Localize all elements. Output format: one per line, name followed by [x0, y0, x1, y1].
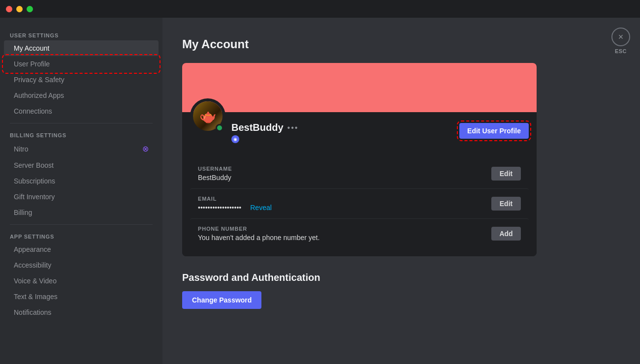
- close-button-wrapper[interactable]: × ESC: [611, 28, 630, 54]
- esc-label: ESC: [615, 48, 627, 54]
- nitro-badge: ◉: [231, 135, 239, 143]
- sidebar-item-nitro[interactable]: Nitro ⊗: [4, 140, 159, 157]
- app-settings-label: APP SETTINGS: [0, 229, 162, 242]
- sidebar-item-label: Notifications: [14, 308, 51, 316]
- profile-name-area: BestBuddy ••• ◉: [231, 118, 298, 143]
- avatar-status-online: [216, 124, 224, 132]
- close-icon: ×: [618, 32, 624, 42]
- billing-settings-label: BILLING SETTINGS: [0, 127, 162, 140]
- title-bar: [0, 0, 640, 18]
- sidebar-item-billing[interactable]: Billing: [4, 205, 159, 220]
- sidebar-item-label: User Profile: [14, 60, 50, 68]
- username-field-row: USERNAME BestBuddy Edit: [190, 159, 529, 188]
- sidebar-item-label: Gift Inventory: [14, 193, 55, 201]
- email-value-row: •••••••••••••••••• Reveal: [198, 204, 272, 212]
- profile-name-row: BestBuddy •••: [231, 122, 298, 133]
- main-content: × ESC My Account 🫖: [162, 18, 640, 364]
- divider-1: [10, 123, 153, 123]
- nitro-icon: ⊗: [142, 144, 149, 153]
- minimize-button[interactable]: [16, 6, 23, 12]
- password-section-title: Password and Authentication: [182, 272, 620, 283]
- sidebar-item-authorized-apps[interactable]: Authorized Apps: [4, 88, 159, 103]
- divider-2: [10, 224, 153, 225]
- maximize-button[interactable]: [27, 6, 33, 12]
- sidebar-item-label: Subscriptions: [14, 177, 55, 185]
- sidebar-item-label: Text & Images: [14, 293, 58, 301]
- sidebar-item-text-images[interactable]: Text & Images: [4, 289, 159, 304]
- sidebar-item-my-account[interactable]: My Account: [4, 40, 159, 56]
- email-edit-button[interactable]: Edit: [491, 197, 521, 211]
- email-field-row: EMAIL •••••••••••••••••• Reveal Edit: [190, 188, 529, 218]
- sidebar-item-accessibility[interactable]: Accessibility: [4, 257, 159, 273]
- profile-banner: [182, 63, 537, 112]
- sidebar-item-privacy-safety[interactable]: Privacy & Safety: [4, 72, 159, 88]
- username-edit-button[interactable]: Edit: [491, 167, 521, 181]
- sidebar-item-label: Billing: [14, 209, 32, 216]
- username-field-content: USERNAME BestBuddy: [198, 166, 232, 182]
- sidebar-item-label: My Account: [14, 44, 49, 52]
- close-button[interactable]: [6, 6, 12, 12]
- sidebar-item-label: Privacy & Safety: [14, 76, 64, 84]
- email-field-label: EMAIL: [198, 196, 272, 202]
- phone-field-row: PHONE NUMBER You haven't added a phone n…: [190, 218, 529, 248]
- sidebar-item-voice-video[interactable]: Voice & Video: [4, 273, 159, 289]
- profile-left: 🫖 BestBuddy ••• ◉: [190, 118, 298, 143]
- profile-dots[interactable]: •••: [288, 123, 299, 132]
- sidebar-item-label: Authorized Apps: [14, 91, 64, 99]
- username-field-label: USERNAME: [198, 166, 232, 172]
- phone-field-value: You haven't added a phone number yet.: [198, 234, 320, 242]
- sidebar-item-label: Nitro: [14, 145, 29, 153]
- phone-field-label: PHONE NUMBER: [198, 226, 320, 232]
- profile-info-row: 🫖 BestBuddy ••• ◉ Edit User P: [182, 112, 537, 151]
- page-title: My Account: [182, 37, 620, 51]
- user-settings-label: USER SETTINGS: [0, 28, 162, 40]
- phone-add-button[interactable]: Add: [491, 227, 521, 241]
- account-fields: USERNAME BestBuddy Edit EMAIL ••••••••••…: [182, 151, 537, 256]
- sidebar-item-notifications[interactable]: Notifications: [4, 304, 159, 320]
- change-password-button[interactable]: Change Password: [182, 291, 261, 309]
- sidebar-item-subscriptions[interactable]: Subscriptions: [4, 173, 159, 189]
- email-reveal-button[interactable]: Reveal: [250, 204, 272, 212]
- sidebar-item-label: Accessibility: [14, 261, 51, 269]
- app-container: USER SETTINGS My Account User Profile Pr…: [0, 18, 640, 364]
- email-field-right: Edit: [491, 197, 521, 211]
- sidebar-item-label: Server Boost: [14, 161, 54, 169]
- edit-user-profile-button[interactable]: Edit User Profile: [459, 123, 529, 139]
- sidebar-item-label: Appearance: [14, 245, 51, 253]
- close-circle[interactable]: ×: [611, 28, 630, 46]
- sidebar-item-label: Voice & Video: [14, 277, 57, 285]
- email-field-value: ••••••••••••••••••: [198, 204, 241, 212]
- phone-field-content: PHONE NUMBER You haven't added a phone n…: [198, 226, 320, 242]
- sidebar-item-server-boost[interactable]: Server Boost: [4, 157, 159, 173]
- sidebar: USER SETTINGS My Account User Profile Pr…: [0, 18, 162, 364]
- sidebar-item-connections[interactable]: Connections: [4, 103, 159, 119]
- email-field-content: EMAIL •••••••••••••••••• Reveal: [198, 196, 272, 212]
- avatar-wrapper: 🫖: [190, 98, 225, 134]
- username-field-value: BestBuddy: [198, 174, 232, 182]
- sidebar-item-gift-inventory[interactable]: Gift Inventory: [4, 189, 159, 205]
- username-field-right: Edit: [491, 167, 521, 181]
- sidebar-item-user-profile[interactable]: User Profile: [4, 56, 159, 72]
- profile-card: 🫖 BestBuddy ••• ◉ Edit User P: [182, 63, 537, 256]
- sidebar-item-appearance[interactable]: Appearance: [4, 242, 159, 257]
- sidebar-item-label: Connections: [14, 107, 52, 115]
- profile-badges: ◉: [231, 135, 298, 143]
- phone-field-right: Add: [491, 227, 521, 241]
- profile-username: BestBuddy: [231, 122, 284, 133]
